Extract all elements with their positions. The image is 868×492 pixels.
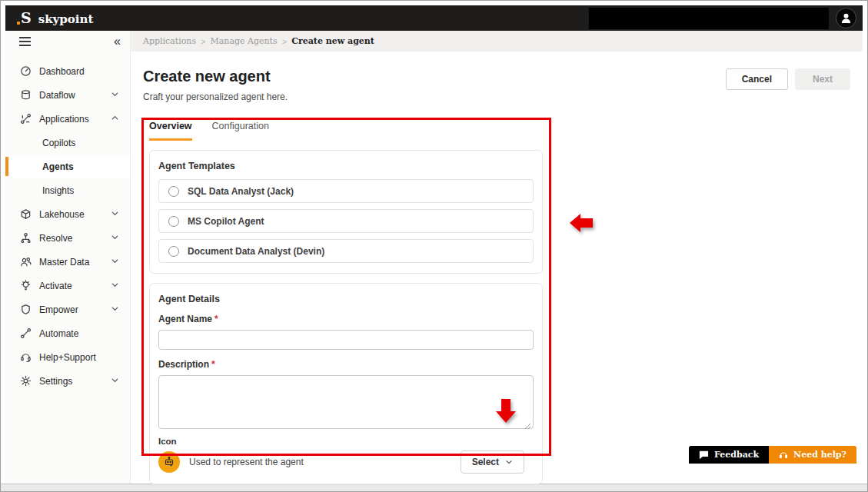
chevron-down-icon xyxy=(505,458,513,466)
icon-select-button[interactable]: Select xyxy=(461,450,524,474)
breadcrumb-manage-agents[interactable]: Manage Agents xyxy=(211,36,278,46)
agent-details-card: Agent Details Agent Name* Description* xyxy=(149,283,543,484)
cube-icon xyxy=(19,208,32,221)
description-label: Description* xyxy=(158,359,534,370)
lightbulb-icon xyxy=(19,280,32,292)
chevron-down-icon xyxy=(111,209,119,220)
database-icon xyxy=(19,89,32,101)
gear-icon xyxy=(19,375,32,387)
skypoint-logo[interactable]: S skypoint xyxy=(21,11,93,26)
tab-overview[interactable]: Overview xyxy=(149,121,192,141)
icon-label: Icon xyxy=(158,437,534,446)
sidebar-item-automate[interactable]: Automate xyxy=(5,321,130,345)
template-option-sql-data-analyst[interactable]: SQL Data Analyst (Jack) xyxy=(158,179,534,203)
people-icon xyxy=(19,256,32,268)
merge-icon xyxy=(19,232,32,244)
agent-details-heading: Agent Details xyxy=(158,294,534,304)
content-area: Create new agent Craft your personalized… xyxy=(131,52,863,484)
breadcrumb-separator: > xyxy=(201,37,205,46)
chevron-down-icon xyxy=(111,304,119,315)
tab-bar: Overview Configuration xyxy=(149,121,543,141)
brand-name: skypoint xyxy=(38,12,94,26)
redacted-area xyxy=(589,8,829,29)
need-help-button[interactable]: Need help? xyxy=(769,446,856,464)
chevron-down-icon xyxy=(111,257,119,268)
resize-handle-icon[interactable] xyxy=(524,419,531,426)
agent-name-input[interactable] xyxy=(158,330,534,350)
sidebar-item-applications[interactable]: Applications xyxy=(5,107,130,131)
cancel-button[interactable]: Cancel xyxy=(726,68,788,90)
sidebar-item-dataflow[interactable]: Dataflow xyxy=(5,83,130,107)
breadcrumb-separator: > xyxy=(282,37,287,46)
feedback-button[interactable]: Feedback xyxy=(689,446,769,464)
agent-templates-card: Agent Templates SQL Data Analyst (Jack) … xyxy=(149,150,543,274)
template-option-document-data-analyst[interactable]: Document Data Analyst (Devin) xyxy=(158,239,534,263)
person-icon xyxy=(840,12,853,25)
tab-configuration[interactable]: Configuration xyxy=(212,121,269,141)
top-bar: S skypoint xyxy=(5,5,863,31)
agent-templates-heading: Agent Templates xyxy=(158,161,534,171)
shield-icon xyxy=(19,304,32,316)
required-asterisk: * xyxy=(211,359,215,370)
sidebar-item-help-support[interactable]: Help+Support xyxy=(5,345,130,369)
agent-name-label: Agent Name* xyxy=(158,314,534,324)
template-option-ms-copilot-agent[interactable]: MS Copilot Agent xyxy=(158,209,534,233)
chevron-down-icon xyxy=(111,233,119,244)
sidebar-item-resolve[interactable]: Resolve xyxy=(5,226,130,250)
chevron-down-icon xyxy=(111,376,119,387)
chevron-down-icon xyxy=(111,281,119,291)
menu-icon[interactable] xyxy=(19,37,31,46)
sidebar: « Dashboard Dataflow xyxy=(5,31,131,484)
radio-icon[interactable] xyxy=(168,216,179,227)
icon-help-text: Used to represent the agent xyxy=(189,457,451,467)
dashboard-icon xyxy=(19,65,32,78)
breadcrumb: Applications > Manage Agents > Create ne… xyxy=(131,31,863,52)
sidebar-nav: Dashboard Dataflow Applications xyxy=(5,52,130,393)
logo-letter: S xyxy=(21,11,32,25)
sidebar-item-agents[interactable]: Agents xyxy=(5,155,130,178)
speech-bubble-icon xyxy=(699,450,709,460)
headset-icon xyxy=(19,351,32,364)
breadcrumb-applications[interactable]: Applications xyxy=(143,36,196,46)
create-agent-form: Overview Configuration Agent Templates S… xyxy=(149,121,543,484)
description-input[interactable] xyxy=(158,375,534,429)
collapse-sidebar-icon[interactable]: « xyxy=(114,35,121,48)
sidebar-item-dashboard[interactable]: Dashboard xyxy=(5,59,130,83)
next-button[interactable]: Next xyxy=(795,68,850,90)
chevron-up-icon xyxy=(111,114,119,125)
breadcrumb-current: Create new agent xyxy=(291,36,374,46)
user-avatar[interactable] xyxy=(836,8,856,28)
headset-icon xyxy=(779,450,788,460)
sidebar-item-empower[interactable]: Empower xyxy=(5,298,130,321)
applications-icon xyxy=(19,113,32,125)
radio-icon[interactable] xyxy=(168,246,179,257)
sidebar-item-activate[interactable]: Activate xyxy=(5,274,130,298)
automate-icon xyxy=(19,327,32,340)
sidebar-item-insights[interactable]: Insights xyxy=(5,178,130,202)
sidebar-item-master-data[interactable]: Master Data xyxy=(5,250,130,274)
app-window: S skypoint « xyxy=(0,0,868,492)
sidebar-item-lakehouse[interactable]: Lakehouse xyxy=(5,202,130,226)
agent-robot-icon xyxy=(158,451,180,473)
required-asterisk: * xyxy=(215,314,218,324)
page-subtitle: Craft your personalized agent here. xyxy=(143,91,850,102)
footer: Copyright © 2025Skypoint. All rights res… xyxy=(131,484,863,492)
sidebar-item-settings[interactable]: Settings xyxy=(5,369,130,393)
radio-icon[interactable] xyxy=(168,186,179,197)
sidebar-item-copilots[interactable]: Copilots xyxy=(5,131,130,155)
chevron-down-icon xyxy=(111,90,119,101)
